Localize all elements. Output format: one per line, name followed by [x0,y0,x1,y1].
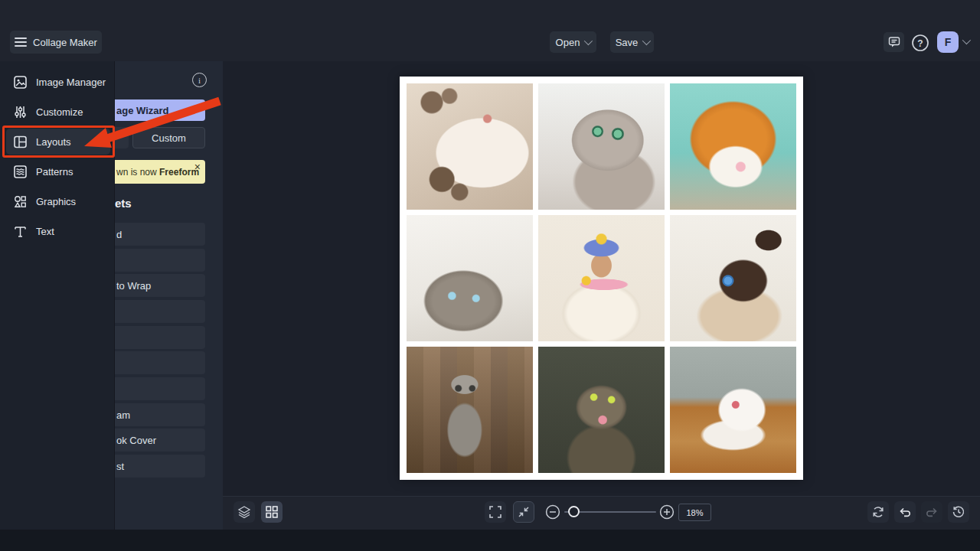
sidebar-item-label: Text [36,226,54,237]
collage-canvas [400,77,803,480]
app-title: Collage Maker [33,37,97,48]
minus-circle-icon [545,504,560,520]
presets-heading: ets [115,197,132,210]
redo-icon [925,505,939,519]
sidebar-item-graphics[interactable]: Graphics [6,188,110,214]
zoom-percentage-input[interactable]: 18% [678,504,711,521]
fit-to-screen-button[interactable] [513,501,534,523]
image-icon [14,76,27,89]
save-button[interactable]: Save [610,31,654,53]
collage-photo-3[interactable] [670,83,796,210]
layout-icon [14,135,27,148]
chevron-down-icon[interactable] [962,36,971,44]
chevron-down-icon [584,37,593,45]
open-button[interactable]: Open [550,31,596,53]
collage-photo-5[interactable] [538,215,665,341]
menu-icon [15,37,27,47]
question-circle-icon: ? [911,34,929,52]
collage-photo-6[interactable] [670,215,796,341]
collage-photo-7[interactable] [407,347,533,473]
sync-icon [871,505,885,519]
bottom-toolbar: 18% [223,496,980,530]
plus-circle-icon [659,504,675,520]
custom-label: Custom [152,132,186,144]
zoom-in-button[interactable] [656,501,678,523]
collage-photo-9[interactable] [670,347,796,473]
sidebar-item-label: Layouts [36,136,71,148]
app-menu-button[interactable]: Collage Maker [10,31,102,54]
pattern-icon [14,165,27,178]
history-button[interactable] [948,501,969,523]
sidebar: Image Manager Customize Layouts Patterns… [0,61,115,530]
sidebar-item-label: Customize [36,106,83,118]
chevron-down-icon [642,37,651,45]
collage-photo-1[interactable] [407,83,533,210]
custom-button[interactable]: Custom [132,127,205,148]
chat-icon [888,36,900,48]
redo-button[interactable] [921,501,942,523]
sidebar-item-layouts[interactable]: Layouts [6,129,110,155]
svg-text:?: ? [917,38,923,49]
avatar[interactable]: F [937,31,959,53]
workspace: 18% [223,61,980,530]
layers-button[interactable] [234,501,255,523]
top-bar: Collage Maker Open Save ? F [0,0,980,61]
help-button[interactable]: ? [911,34,929,52]
fullscreen-button[interactable] [485,501,506,523]
layers-icon [237,505,251,519]
reset-button[interactable] [867,501,889,523]
collapse-arrows-icon [518,506,530,518]
grid-view-button[interactable] [261,501,283,523]
sidebar-item-text[interactable]: Text [6,218,110,244]
grid-icon [266,506,278,518]
sidebar-item-label: Image Manager [36,77,106,88]
history-clock-icon [952,505,965,519]
sidebar-item-customize[interactable]: Customize [6,99,110,125]
sidebar-item-image-manager[interactable]: Image Manager [6,69,110,95]
shapes-icon [14,195,27,208]
sliders-icon [14,106,27,119]
undo-icon [898,505,912,519]
info-icon[interactable]: i [192,73,207,87]
expand-icon [489,506,501,518]
collage-photo-2[interactable] [538,83,665,210]
close-icon[interactable]: × [194,161,201,173]
undo-button[interactable] [894,501,916,523]
collage-photo-8[interactable] [538,347,665,473]
sidebar-item-label: Graphics [36,196,76,207]
zoom-slider-handle[interactable] [568,506,580,517]
collage-photo-4[interactable] [407,215,533,341]
sidebar-item-label: Patterns [36,166,73,178]
feedback-button[interactable] [884,32,904,52]
sidebar-item-patterns[interactable]: Patterns [6,158,110,184]
collage-maker-app: i age Wizard Custom wn is now Freeform ×… [0,0,980,551]
text-icon [14,225,27,238]
zoom-out-button[interactable] [542,501,564,523]
